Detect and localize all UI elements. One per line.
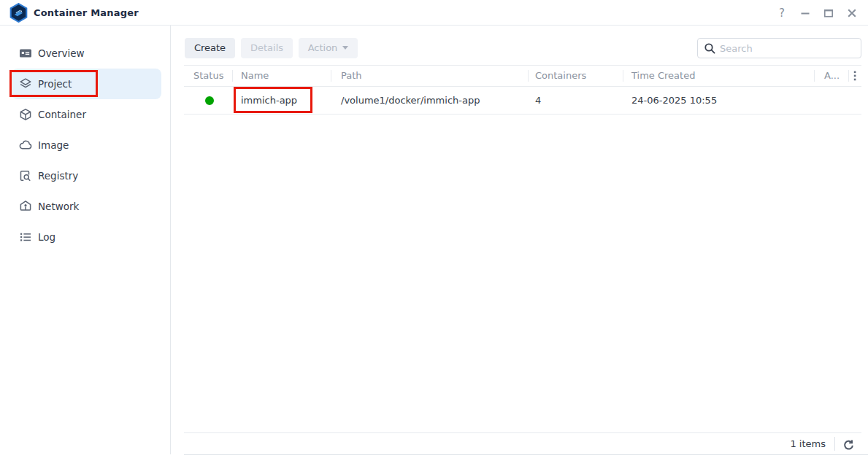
search-input[interactable] bbox=[698, 39, 861, 58]
time-created-cell: 24-06-2025 10:55 bbox=[623, 95, 814, 106]
sidebar-item-container[interactable]: Container bbox=[12, 99, 161, 130]
footer-divider bbox=[184, 432, 861, 433]
sidebar-item-image[interactable]: Image bbox=[12, 130, 161, 160]
create-button[interactable]: Create bbox=[185, 38, 235, 58]
refresh-icon bbox=[842, 438, 854, 451]
sidebar-item-network[interactable]: Network bbox=[12, 191, 161, 222]
sidebar-item-label: Registry bbox=[38, 170, 78, 182]
status-cell bbox=[184, 96, 232, 105]
items-count: 1 items bbox=[790, 438, 826, 449]
name-cell: immich-app bbox=[232, 95, 331, 106]
window-controls: ? bbox=[767, 0, 861, 26]
window-bottom-edge bbox=[184, 454, 868, 455]
maximize-icon bbox=[823, 7, 834, 19]
sidebar-item-label: Project bbox=[38, 78, 72, 90]
column-header-time-created[interactable]: Time Created bbox=[623, 66, 814, 86]
container-manager-logo-icon bbox=[9, 3, 28, 23]
sidebar-item-label: Log bbox=[38, 231, 55, 243]
image-icon bbox=[19, 139, 32, 152]
kebab-menu-icon bbox=[853, 71, 856, 81]
log-icon bbox=[19, 230, 32, 244]
sidebar-item-label: Container bbox=[38, 109, 86, 120]
column-settings-button[interactable] bbox=[848, 66, 861, 86]
column-header-status[interactable]: Status bbox=[184, 66, 232, 86]
network-icon bbox=[19, 200, 32, 213]
sidebar-item-overview[interactable]: Overview bbox=[12, 38, 161, 69]
sidebar-item-label: Network bbox=[38, 201, 79, 212]
sidebar-divider bbox=[170, 26, 171, 454]
refresh-button[interactable] bbox=[840, 437, 856, 451]
minimize-button[interactable] bbox=[796, 4, 814, 22]
column-header-path[interactable]: Path bbox=[331, 66, 528, 86]
status-running-indicator bbox=[205, 96, 214, 105]
sidebar: Overview Project Container Image bbox=[0, 26, 170, 458]
container-icon bbox=[19, 108, 32, 121]
titlebar: Container Manager ? bbox=[0, 0, 868, 26]
app-title: Container Manager bbox=[34, 0, 139, 26]
minimize-icon bbox=[799, 7, 811, 19]
registry-icon bbox=[19, 169, 32, 182]
container-manager-window: Container Manager ? bbox=[0, 0, 868, 458]
column-header-name[interactable]: Name bbox=[232, 66, 331, 86]
column-header-action-truncated[interactable]: A... bbox=[814, 66, 848, 86]
search-box bbox=[697, 38, 861, 58]
sidebar-item-log[interactable]: Log bbox=[12, 222, 161, 252]
details-button[interactable]: Details bbox=[241, 38, 293, 58]
sidebar-item-label: Overview bbox=[38, 47, 85, 59]
sidebar-item-project[interactable]: Project bbox=[12, 69, 161, 99]
maximize-button[interactable] bbox=[820, 4, 837, 22]
close-icon bbox=[846, 7, 858, 19]
chevron-down-icon bbox=[342, 46, 348, 50]
containers-cell: 4 bbox=[528, 95, 623, 106]
action-button-label: Action bbox=[308, 42, 338, 53]
column-header-containers[interactable]: Containers bbox=[528, 66, 623, 86]
table-row[interactable]: immich-app /volume1/docker/immich-app 4 … bbox=[184, 87, 861, 114]
close-button[interactable] bbox=[843, 4, 861, 22]
project-icon bbox=[19, 77, 32, 90]
table-header: Status Name Path Containers Time Created… bbox=[184, 65, 861, 87]
overview-icon bbox=[19, 47, 32, 60]
footer-separator bbox=[834, 437, 835, 451]
action-button[interactable]: Action bbox=[299, 38, 358, 58]
help-button[interactable]: ? bbox=[773, 4, 791, 22]
path-cell: /volume1/docker/immich-app bbox=[331, 95, 528, 106]
sidebar-item-registry[interactable]: Registry bbox=[12, 160, 161, 191]
sidebar-item-label: Image bbox=[38, 139, 69, 151]
